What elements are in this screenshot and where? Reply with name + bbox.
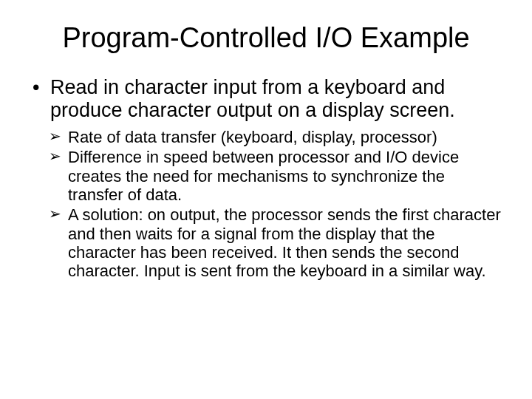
bullet-list-level1: Read in character input from a keyboard … <box>30 76 502 122</box>
slide-title: Program-Controlled I/O Example <box>30 22 502 54</box>
bullet-sub-1: Difference in speed between processor an… <box>30 148 502 204</box>
bullet-sub-2: A solution: on output, the processor sen… <box>30 205 502 280</box>
bullet-main: Read in character input from a keyboard … <box>30 76 502 122</box>
bullet-sub-0: Rate of data transfer (keyboard, display… <box>30 128 502 146</box>
slide: Program-Controlled I/O Example Read in c… <box>0 0 532 399</box>
bullet-list-level2: Rate of data transfer (keyboard, display… <box>30 128 502 280</box>
